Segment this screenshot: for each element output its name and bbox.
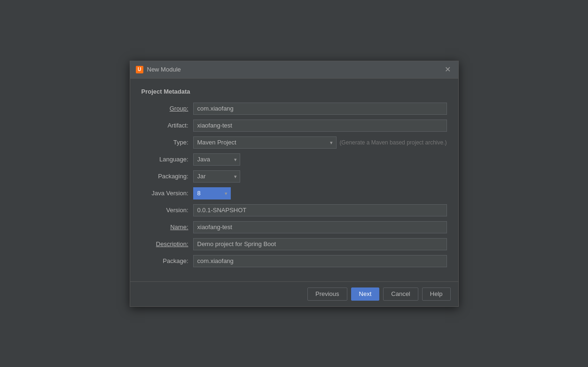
language-row: Language: Java Kotlin Groovy <box>141 153 447 166</box>
name-label: Name: <box>141 223 193 231</box>
packaging-row: Packaging: Jar War <box>141 170 447 183</box>
cancel-button[interactable]: Cancel <box>383 287 418 301</box>
packaging-select[interactable]: Jar War <box>193 170 240 183</box>
java-version-select[interactable]: 8 11 17 <box>193 187 231 199</box>
new-module-dialog: U New Module ✕ Project Metadata Group: A… <box>130 61 459 307</box>
dialog-body: Project Metadata Group: Artifact: Type: … <box>130 79 458 281</box>
name-row: Name: <box>141 221 447 233</box>
next-button[interactable]: Next <box>351 287 380 301</box>
language-select[interactable]: Java Kotlin Groovy <box>193 153 240 166</box>
package-label: Package: <box>141 257 193 264</box>
package-row: Package: <box>141 255 447 267</box>
dialog-footer: Previous Next Cancel Help <box>130 281 458 306</box>
group-row: Group: <box>141 103 447 115</box>
description-input[interactable] <box>193 238 447 250</box>
version-label: Version: <box>141 207 193 214</box>
group-label: Group: <box>141 105 193 112</box>
type-hint: (Generate a Maven based project archive.… <box>339 139 447 146</box>
close-button[interactable]: ✕ <box>443 65 453 74</box>
type-row: Type: Maven Project Gradle Project ▾ (Ge… <box>141 136 447 149</box>
java-version-select-wrapper: 8 11 17 <box>193 187 231 199</box>
artifact-input[interactable] <box>193 120 447 132</box>
titlebar-left: U New Module <box>136 66 181 73</box>
java-version-label: Java Version: <box>141 190 193 197</box>
section-title: Project Metadata <box>141 88 447 95</box>
packaging-label: Packaging: <box>141 173 193 180</box>
icon-label: U <box>138 67 141 72</box>
type-select-wrapper: Maven Project Gradle Project ▾ <box>193 136 337 149</box>
java-version-row: Java Version: 8 11 17 <box>141 187 447 199</box>
dialog-titlebar: U New Module ✕ <box>130 61 458 79</box>
description-row: Description: <box>141 238 447 250</box>
intellij-icon: U <box>136 66 143 73</box>
type-select[interactable]: Maven Project Gradle Project <box>193 136 337 149</box>
package-input[interactable] <box>193 255 447 267</box>
packaging-select-wrapper: Jar War <box>193 170 240 183</box>
artifact-label: Artifact: <box>141 122 193 129</box>
language-label: Language: <box>141 156 193 163</box>
previous-button[interactable]: Previous <box>307 287 347 301</box>
language-select-wrapper: Java Kotlin Groovy <box>193 153 240 166</box>
help-button[interactable]: Help <box>422 287 451 301</box>
name-input[interactable] <box>193 221 447 233</box>
group-input[interactable] <box>193 103 447 115</box>
dialog-title: New Module <box>147 66 181 73</box>
version-input[interactable] <box>193 204 447 216</box>
version-row: Version: <box>141 204 447 216</box>
description-label: Description: <box>141 240 193 247</box>
artifact-row: Artifact: <box>141 120 447 132</box>
type-label: Type: <box>141 139 193 146</box>
